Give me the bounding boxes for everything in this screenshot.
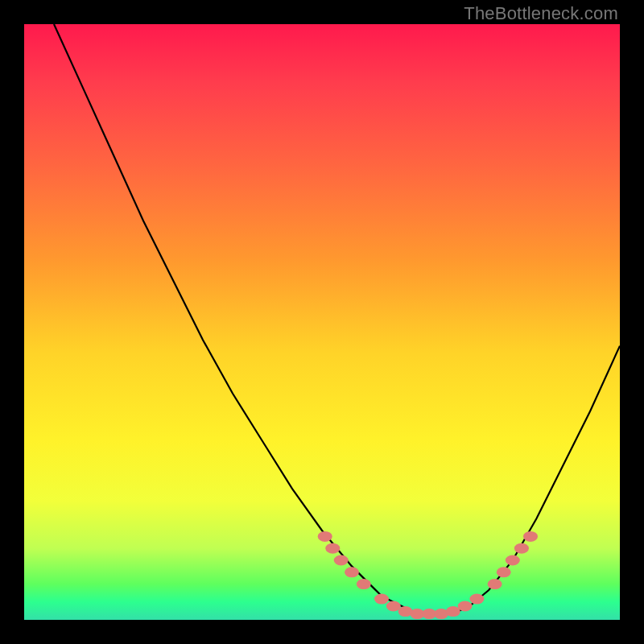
curve-marker xyxy=(497,567,511,577)
curve-marker xyxy=(514,543,529,554)
curve-marker xyxy=(469,594,484,605)
curve-marker xyxy=(458,601,473,612)
curve-marker xyxy=(334,555,349,566)
curve-marker xyxy=(345,567,359,577)
watermark-text: TheBottleneck.com xyxy=(464,3,618,24)
plot-area xyxy=(24,24,620,620)
curve-marker xyxy=(506,555,520,566)
bottleneck-curve xyxy=(54,24,620,614)
curve-marker xyxy=(357,579,371,589)
chart-frame: TheBottleneck.com xyxy=(0,0,644,644)
curve-marker xyxy=(523,531,538,542)
curve-marker xyxy=(318,531,332,542)
curve-layer xyxy=(24,24,620,620)
curve-marker xyxy=(374,594,389,605)
curve-marker xyxy=(488,579,502,589)
curve-markers xyxy=(318,531,538,619)
curve-marker xyxy=(325,543,340,554)
